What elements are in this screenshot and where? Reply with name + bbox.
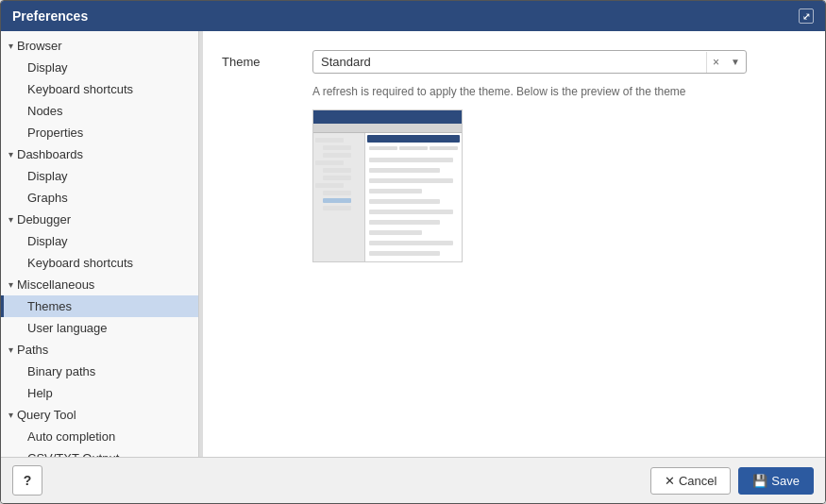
chevron-icon: ▾ [8, 149, 13, 160]
sidebar-item-dashboards-graphs[interactable]: Graphs [1, 187, 198, 209]
mock-main [365, 133, 462, 261]
titlebar: Preferences ⤢ [1, 1, 825, 31]
sidebar-group-header-debugger[interactable]: ▾ Debugger [1, 209, 198, 230]
chevron-icon: ▾ [8, 41, 13, 51]
sidebar-group-header-dashboards[interactable]: ▾ Dashboards [1, 143, 198, 165]
theme-select[interactable]: Standard × ▼ [312, 50, 747, 74]
cancel-button[interactable]: ✕ Cancel [650, 467, 731, 495]
mock-ui [313, 110, 462, 261]
sidebar-group-label-debugger: Debugger [17, 212, 71, 227]
footer-actions: ✕ Cancel 💾 Save [650, 467, 814, 495]
chevron-icon: ▾ [8, 214, 13, 225]
sidebar-item-browser-display[interactable]: Display [1, 57, 198, 78]
sidebar-group-header-paths[interactable]: ▾ Paths [1, 339, 198, 361]
content-area: ▾ Browser Display Keyboard shortcuts Nod… [1, 31, 825, 457]
cancel-label: Cancel [679, 474, 716, 488]
sidebar-item-paths-help[interactable]: Help [1, 382, 198, 404]
preferences-dialog: Preferences ⤢ ▾ Browser Display Keyboard… [0, 0, 826, 504]
sidebar-group-label-paths: Paths [17, 343, 48, 357]
save-icon: 💾 [752, 474, 767, 488]
sidebar-group-debugger: ▾ Debugger Display Keyboard shortcuts [1, 209, 198, 274]
mock-menubar [313, 124, 462, 133]
sidebar-group-paths: ▾ Paths Binary paths Help [1, 339, 198, 404]
help-button[interactable]: ? [12, 465, 42, 496]
dialog-title: Preferences [12, 8, 88, 24]
theme-clear-button[interactable]: × [706, 52, 725, 73]
cancel-icon: ✕ [665, 474, 675, 488]
sidebar-item-query-tool-auto-completion[interactable]: Auto completion [1, 426, 198, 447]
chevron-icon: ▾ [8, 344, 13, 355]
theme-label: Theme [222, 55, 297, 69]
theme-form-row: Theme Standard × ▼ [222, 50, 806, 74]
sidebar-item-miscellaneous-themes[interactable]: Themes [1, 295, 198, 317]
expand-button[interactable]: ⤢ [799, 8, 814, 24]
sidebar-item-dashboards-display[interactable]: Display [1, 165, 198, 187]
sidebar-group-header-miscellaneous[interactable]: ▾ Miscellaneous [1, 274, 198, 295]
sidebar-group-browser: ▾ Browser Display Keyboard shortcuts Nod… [1, 35, 198, 143]
save-button[interactable]: 💾 Save [738, 467, 814, 495]
mock-body [313, 133, 462, 261]
sidebar-item-query-tool-csv-txt-output[interactable]: CSV/TXT Output [1, 447, 198, 457]
theme-preview [312, 109, 463, 262]
footer: ? ✕ Cancel 💾 Save [1, 457, 825, 503]
sidebar-item-debugger-display[interactable]: Display [1, 230, 198, 252]
sidebar-item-debugger-keyboard-shortcuts[interactable]: Keyboard shortcuts [1, 252, 198, 274]
sidebar-group-label-query-tool: Query Tool [17, 408, 76, 422]
refresh-notice: A refresh is required to apply the theme… [312, 85, 806, 98]
sidebar-group-header-browser[interactable]: ▾ Browser [1, 35, 198, 57]
sidebar-group-label-dashboards: Dashboards [17, 147, 83, 161]
sidebar: ▾ Browser Display Keyboard shortcuts Nod… [1, 31, 199, 457]
sidebar-item-browser-keyboard-shortcuts[interactable]: Keyboard shortcuts [1, 78, 198, 100]
sidebar-group-label-miscellaneous: Miscellaneous [17, 277, 94, 292]
theme-dropdown-button[interactable]: ▼ [725, 53, 746, 71]
sidebar-group-query-tool: ▾ Query Tool Auto completion CSV/TXT Out… [1, 404, 198, 457]
sidebar-group-dashboards: ▾ Dashboards Display Graphs [1, 143, 198, 209]
expand-icon: ⤢ [802, 11, 810, 22]
save-label: Save [771, 474, 800, 488]
sidebar-item-browser-nodes[interactable]: Nodes [1, 100, 198, 122]
sidebar-group-header-query-tool[interactable]: ▾ Query Tool [1, 404, 198, 426]
theme-select-value: Standard [313, 51, 706, 73]
sidebar-item-miscellaneous-user-language[interactable]: User language [1, 317, 198, 339]
mock-toolbar [313, 110, 462, 124]
chevron-icon: ▾ [8, 410, 13, 420]
main-panel: Theme Standard × ▼ A refresh is required… [203, 31, 825, 457]
chevron-icon: ▾ [8, 279, 13, 290]
sidebar-group-label-browser: Browser [17, 39, 62, 53]
mock-sidebar [313, 133, 365, 261]
sidebar-item-browser-properties[interactable]: Properties [1, 122, 198, 143]
sidebar-item-paths-binary-paths[interactable]: Binary paths [1, 361, 198, 382]
sidebar-group-miscellaneous: ▾ Miscellaneous Themes User language [1, 274, 198, 339]
